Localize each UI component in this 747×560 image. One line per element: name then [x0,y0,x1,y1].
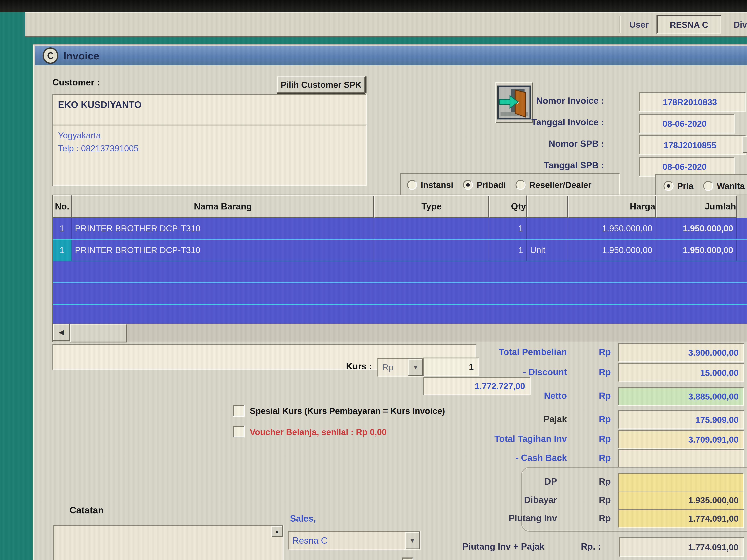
nomor-invoice-label: Nomor Invoice : [536,96,604,106]
cell-no[interactable]: 1 [53,218,72,239]
cashback-field[interactable] [618,449,744,468]
window-titlebar[interactable]: C Invoice [35,46,747,65]
top-status-bar: User RESNA C Div [25,12,747,37]
grid-horizontal-scrollbar[interactable]: ◀ ▶ [53,324,747,341]
customer-type-panel: Instansi Pribadi Reseller/Dealer [400,173,620,197]
col-header-nama[interactable]: Nama Barang [72,195,374,218]
radio-reseller[interactable] [516,180,525,190]
sales-combo[interactable]: Resna C ▼ [288,531,420,550]
pelunasan-date: 08-06-2020 [531,559,576,560]
col-header-qty[interactable]: Qty [489,195,527,218]
customer-name-field[interactable]: EKO KUSDIYANTO [52,94,367,126]
radio-pria-label: Pria [677,181,694,191]
spesial-kurs-checkbox[interactable] [233,405,244,417]
scroll-left-icon[interactable]: ◀ [53,324,70,341]
col-header-harga[interactable]: Harga [568,195,656,218]
dibayar-field[interactable]: 1.935.000,00 [618,491,744,509]
cell-qty[interactable]: 1 [489,218,527,239]
total-tagihan-field[interactable]: 3.709.091,00 [618,430,744,449]
rp-label: Rp [599,513,611,524]
kurs-currency-combo[interactable]: Rp ▼ [378,358,424,377]
exit-door-icon [497,84,531,121]
radio-wanita[interactable] [703,181,713,191]
customer-address-field[interactable]: Yogyakarta Telp : 082137391005 [52,125,367,186]
col-header-type[interactable]: Type [374,195,489,218]
catatan-textarea[interactable]: ▲ [53,525,284,560]
app-icon: C [43,47,58,64]
rp-colon-label: Rp. : [581,541,601,552]
grid-row-empty[interactable] [53,283,747,305]
voucher-label: Voucher Belanja, senilai : Rp 0,00 [250,427,387,437]
exit-button[interactable] [495,82,533,123]
col-header-no[interactable]: No. [53,195,72,218]
rp-label: Rp [599,347,611,357]
cell-no-selected[interactable]: 1 [53,240,72,261]
tanggal-spb-label: Tanggal SPB : [544,160,604,170]
pelunasan-checkbox[interactable] [402,558,413,560]
cell-jumlah[interactable]: 1.950.000,00 [656,240,737,261]
status-bar-divider [619,16,621,33]
voucher-checkbox[interactable] [233,426,244,437]
total-pembelian-label: Total Pembelian [499,347,567,357]
scroll-up-icon[interactable]: ▲ [271,526,283,537]
nomor-spb-field[interactable]: 178J2010855 [639,135,746,155]
col-header-jumlah[interactable]: Jumlah [656,195,737,218]
catatan-label: Catatan [70,505,104,515]
cell-type[interactable] [374,218,489,239]
rp-label: Rp [599,453,611,463]
pajak-label: Pajak [543,414,567,424]
kurs-label: Kurs : [346,361,372,372]
window-title: Invoice [63,50,99,62]
piutang-pajak-field[interactable]: 1.774.091,00 [619,537,744,557]
cashback-label: - Cash Back [516,453,567,463]
cell-unit[interactable] [527,218,568,239]
dp-field[interactable] [618,473,744,491]
cell-nama[interactable]: PRINTER BROTHER DCP-T310 [72,240,374,261]
piutang-inv-field[interactable]: 1.774.091,00 [618,509,744,528]
tanggal-invoice-field[interactable]: 08-06-2020 [639,114,735,134]
nomor-spb-label: Nomor SPB : [549,138,604,149]
scrollbar-thumb[interactable] [70,324,127,343]
grid-header-row: No. Nama Barang Type Qty Harga Jumlah [53,195,747,218]
pajak-field[interactable]: 175.909,00 [618,410,744,429]
netto-field[interactable]: 3.885.000,00 [618,387,744,406]
chevron-down-icon[interactable]: ▼ [405,532,420,550]
dp-label: DP [545,476,557,487]
cell-jumlah[interactable]: 1.950.000,00 [656,218,737,239]
kurs-rate-field[interactable]: 1 [423,357,479,376]
customer-name-text: EKO KUSDIYANTO [58,99,366,110]
discount-label: - Discount [523,367,567,377]
nomor-invoice-field[interactable]: 178R2010833 [639,92,746,112]
grid-row-empty[interactable] [53,305,747,326]
cell-nama[interactable]: PRINTER BROTHER DCP-T310 [72,218,374,239]
customer-city-text: Yogyakarta [58,129,366,142]
total-pembelian-field[interactable]: 3.900.000,00 [618,343,744,362]
grid-row-empty[interactable] [53,261,747,283]
radio-wanita-label: Wanita [717,181,745,191]
kurs-payment-field[interactable]: 1.772.727,00 [423,377,531,395]
tanggal-spb-field[interactable]: 08-06-2020 [639,157,735,177]
scrollbar-track[interactable] [127,324,747,341]
cell-unit[interactable]: Unit [527,240,568,261]
window-client-area: Customer : Pilih Customer SPK EKO KUSDIY… [35,65,747,560]
cell-harga[interactable]: 1.950.000,00 [568,240,656,261]
dibayar-label: Dibayar [524,495,557,505]
pelunasan-label: Tanggal Pelunasan : [419,559,506,560]
pilih-customer-spk-button[interactable]: Pilih Customer SPK [277,77,365,93]
grid-row[interactable]: 1 PRINTER BROTHER DCP-T310 1 Unit 1.950.… [53,240,747,261]
rp-label: Rp [599,476,611,487]
radio-instansi-label: Instansi [421,180,453,190]
nomor-spb-browse-button[interactable] [743,136,747,153]
cell-type[interactable] [374,240,489,261]
radio-pribadi[interactable] [463,180,473,190]
discount-field[interactable]: 15.000,00 [618,363,744,382]
cell-harga[interactable]: 1.950.000,00 [568,218,656,239]
cell-qty[interactable]: 1 [489,240,527,261]
sales-label: Sales, [290,513,316,524]
col-header-unit[interactable] [527,195,568,218]
piutang-pajak-label: Piutang Inv + Pajak [462,541,544,552]
grid-row[interactable]: 1 PRINTER BROTHER DCP-T310 1 1.950.000,0… [53,218,747,240]
radio-instansi[interactable] [407,180,417,190]
chevron-down-icon[interactable]: ▼ [408,359,423,376]
radio-pria[interactable] [664,181,674,191]
